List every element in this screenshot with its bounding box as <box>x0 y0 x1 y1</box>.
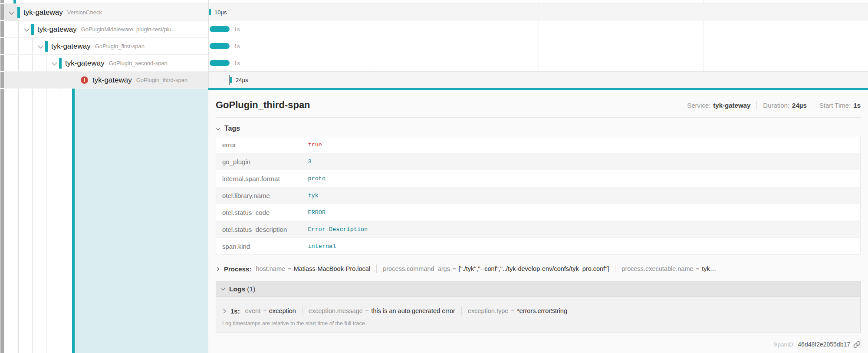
process-pair: process.executable.name = tyk… <box>621 265 716 272</box>
tags-accordion-toggle[interactable]: Tags <box>216 118 861 136</box>
table-row: span.kind internal <box>216 238 861 255</box>
duration-label: 1s <box>234 38 240 55</box>
start-time-label: Start Time: <box>819 102 851 109</box>
error-icon: ! <box>81 76 88 84</box>
pair-value: ["./tyk","--conf","../tyk-develop-env/co… <box>459 265 609 272</box>
spanid-label: SpanID: <box>774 341 795 348</box>
service-name: tyk-gateway <box>65 59 105 68</box>
equals-sign: = <box>263 308 266 314</box>
pair-value: Matiass-MacBook-Pro.local <box>294 265 370 272</box>
tree-row-versioncheck[interactable]: tyk-gateway VersionCheck <box>4 4 208 21</box>
span-meta: Service: tyk-gateway Duration: 24µs Star… <box>687 101 861 109</box>
timeline-row-goplugin-third-span[interactable]: 24µs <box>209 71 868 88</box>
pair-separator <box>376 264 377 273</box>
logs-accordion-toggle[interactable]: Logs (1) <box>216 281 860 297</box>
log-pair: event = exception <box>245 307 296 314</box>
tag-value: ERROR <box>308 204 861 221</box>
collapse-toggle[interactable] <box>4 4 18 21</box>
tag-value: tyk <box>308 187 861 204</box>
start-time-value: 1s <box>853 102 861 109</box>
tag-key: internal.span.format <box>216 170 308 187</box>
copy-link-icon[interactable] <box>853 341 861 348</box>
pair-value: *errors.errorString <box>517 307 567 314</box>
duration-label: 1s <box>234 55 240 72</box>
chevron-down-icon <box>38 43 43 49</box>
tag-value: internal <box>308 238 861 255</box>
indent-guide <box>46 54 46 353</box>
span-bar <box>210 43 230 49</box>
duration-label: 10µs <box>214 4 227 21</box>
operation-name: GoPlugin_first-span <box>95 43 145 49</box>
equals-sign: = <box>453 266 456 272</box>
span-title: GoPlugin_third-span <box>216 99 310 111</box>
table-row: otel.status_code ERROR <box>216 204 861 221</box>
pair-separator <box>615 264 615 273</box>
service-color-bar <box>45 41 48 52</box>
indent-guide <box>60 71 60 353</box>
service-name: tyk-gateway <box>23 8 63 17</box>
spanid-value: 46d48f2e2055db17 <box>798 341 850 348</box>
service-name: tyk-gateway <box>92 76 132 85</box>
table-row: go_plugin 3 <box>216 153 861 170</box>
span-bar <box>209 9 211 15</box>
table-row: error true <box>216 136 861 153</box>
pair-key: process.command_args <box>383 265 450 272</box>
tree-row-goplugin-second-span[interactable]: tyk-gateway GoPlugin_second-span <box>4 55 208 72</box>
pair-key: exception.type <box>468 307 509 314</box>
tag-value: true <box>308 136 861 153</box>
pair-key: exception.message <box>309 307 363 314</box>
clipped-span-bar <box>13 0 16 3</box>
tags-table: error true go_plugin 3 internal.span.for… <box>216 136 861 255</box>
operation-name: GoPlugin_third-span <box>136 77 188 83</box>
service-name: tyk-gateway <box>51 42 91 51</box>
timeline-row-goplugin-first-span[interactable]: 1s <box>209 38 868 55</box>
tree-row-goplugin-first-span[interactable]: tyk-gateway GoPlugin_first-span <box>4 38 208 55</box>
duration-value: 24µs <box>792 102 807 109</box>
pair-separator <box>461 307 462 315</box>
pair-value: exception <box>269 307 296 314</box>
tree-row-goplugin-third-span[interactable]: ! tyk-gateway GoPlugin_third-span <box>4 72 208 89</box>
tag-key: otel.status_description <box>216 221 308 238</box>
pair-key: process.executable.name <box>621 265 693 272</box>
service-value: tyk-gateway <box>713 102 750 109</box>
service-color-bar <box>59 58 62 69</box>
service-color-bar <box>17 7 20 18</box>
tags-header: Tags <box>224 125 240 132</box>
span-bar <box>230 77 232 83</box>
operation-name: GoPlugin_second-span <box>109 60 168 66</box>
service-name: tyk-gateway <box>37 25 77 34</box>
tag-key: span.kind <box>216 238 308 255</box>
timeline-pane: 10µs 1s 1s 1s 24µs <box>208 0 868 89</box>
span-bar <box>210 60 230 66</box>
duration-label: 1s <box>234 21 240 38</box>
tag-value: Error Description <box>308 221 861 238</box>
selected-span-detail-fill <box>75 89 208 353</box>
tag-key: error <box>216 136 308 153</box>
duration-label: Duration: <box>763 102 789 109</box>
tag-key: otel.library.name <box>216 187 308 204</box>
span-detail-header: GoPlugin_third-span Service: tyk-gateway… <box>216 90 861 114</box>
equals-sign: = <box>511 308 514 314</box>
pair-value: this is an auto generated error <box>371 307 455 314</box>
table-row: otel.library.name tyk <box>216 187 861 204</box>
chevron-right-icon <box>216 267 219 271</box>
process-pair: process.command_args = ["./tyk","--conf"… <box>383 265 609 272</box>
timeline-row-goplugin-second-span[interactable]: 1s <box>209 55 868 72</box>
pair-separator <box>302 307 302 315</box>
chevron-right-icon <box>222 309 226 313</box>
tree-row-gopluginmiddleware[interactable]: tyk-gateway GoPluginMiddleware: plugin-t… <box>4 21 208 38</box>
selected-span-accent-bar <box>72 72 75 353</box>
trace-view: tyk-gateway VersionCheck tyk-gateway GoP… <box>0 0 868 353</box>
timeline-row-gopluginmiddleware[interactable]: 1s <box>209 21 868 38</box>
equals-sign: = <box>288 266 291 272</box>
log-entry-toggle[interactable]: 1s: event = exception exception.message … <box>216 302 860 320</box>
table-row: otel.status_description Error Descriptio… <box>216 221 861 238</box>
meta-separator <box>813 101 813 109</box>
tag-value: proto <box>308 170 861 187</box>
equals-sign: = <box>365 308 369 314</box>
process-accordion-toggle[interactable]: Process: host.name = Matiass-MacBook-Pro… <box>216 262 861 276</box>
timeline-row-versioncheck[interactable]: 10µs <box>209 3 868 20</box>
tag-key: otel.status_code <box>216 204 308 221</box>
logs-header: Logs <box>229 285 245 293</box>
pair-key: event <box>245 307 260 314</box>
